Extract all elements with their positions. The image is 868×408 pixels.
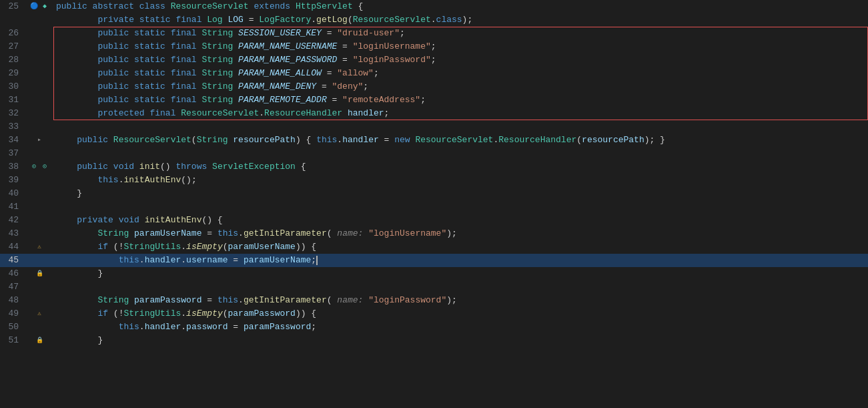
line-icons-30 bbox=[25, 80, 53, 93]
line-number-27: 27 bbox=[0, 40, 25, 53]
code-content[interactable]: 25 🔵 ◆ public abstract class ResourceSer… bbox=[0, 0, 868, 408]
line-number-25: 25 bbox=[0, 0, 25, 13]
code-line-39: 39 this.initAuthEnv(); bbox=[0, 174, 868, 187]
line-icons-26 bbox=[25, 27, 53, 40]
code-line-47: 47 bbox=[0, 280, 868, 294]
line-icons-44: ⚠ bbox=[25, 240, 53, 254]
line-content-31: public static final String PARAM_REMOTE_… bbox=[53, 93, 868, 107]
line-icons-34: ▸ bbox=[25, 134, 53, 147]
line-number-29: 29 bbox=[0, 67, 25, 80]
line-content-45: this.handler.username = paramUserName; bbox=[53, 254, 868, 267]
line-number-46: 46 bbox=[0, 267, 25, 280]
line-content-30: public static final String PARAM_NAME_DE… bbox=[53, 80, 868, 93]
line-icons-28 bbox=[25, 53, 53, 67]
code-line-34: 34 ▸ public ResourceServlet(String resou… bbox=[0, 134, 868, 147]
line-icons-38: ⊙ ⊙ bbox=[25, 160, 53, 174]
line-content-29: public static final String PARAM_NAME_AL… bbox=[53, 67, 868, 80]
code-line-25: 25 🔵 ◆ public abstract class ResourceSer… bbox=[0, 0, 868, 13]
line-number-25b bbox=[0, 13, 25, 27]
line-content-25: public abstract class ResourceServlet ex… bbox=[53, 0, 868, 13]
line-number-48: 48 bbox=[0, 294, 25, 307]
line-content-44: if (!StringUtils.isEmpty(paramUserName))… bbox=[53, 240, 868, 254]
line-icons-31 bbox=[25, 93, 53, 107]
line-content-40: } bbox=[53, 187, 868, 200]
code-line-27: 27 public static final String PARAM_NAME… bbox=[0, 40, 868, 53]
code-line-43: 43 String paramUserName = this.getInitPa… bbox=[0, 227, 868, 240]
line-number-28: 28 bbox=[0, 53, 25, 67]
line-icons-50 bbox=[25, 321, 53, 334]
line-icons-43 bbox=[25, 227, 53, 240]
line-number-32: 32 bbox=[0, 107, 25, 120]
code-line-25b: private static final Log LOG = LogFactor… bbox=[0, 13, 868, 27]
code-line-37: 37 bbox=[0, 147, 868, 160]
code-line-42: 42 private void initAuthEnv() { bbox=[0, 214, 868, 227]
fold-icon-34[interactable]: ▸ bbox=[35, 136, 44, 145]
run2-icon-38[interactable]: ⊙ bbox=[40, 162, 49, 172]
line-number-50: 50 bbox=[0, 321, 25, 334]
lock-icon-46: 🔒 bbox=[35, 269, 44, 278]
warn-icon-49: ⚠ bbox=[35, 309, 44, 319]
line-number-30: 30 bbox=[0, 80, 25, 93]
line-number-51: 51 bbox=[0, 334, 25, 347]
line-number-37: 37 bbox=[0, 147, 25, 160]
code-line-40: 40 } bbox=[0, 187, 868, 200]
line-icons-27 bbox=[25, 40, 53, 53]
code-line-28: 28 public static final String PARAM_NAME… bbox=[0, 53, 868, 67]
code-line-32: 32 protected final ResourceServlet.Resou… bbox=[0, 107, 868, 120]
line-content-50: this.handler.password = paramPassword; bbox=[53, 321, 868, 334]
line-number-34: 34 bbox=[0, 134, 25, 147]
line-content-42: private void initAuthEnv() { bbox=[53, 214, 868, 227]
line-number-41: 41 bbox=[0, 200, 25, 214]
line-content-27: public static final String PARAM_NAME_US… bbox=[53, 40, 868, 53]
line-content-38: public void init() throws ServletExcepti… bbox=[53, 160, 868, 174]
line-icons-32 bbox=[25, 107, 53, 120]
line-number-44: 44 bbox=[0, 240, 25, 254]
line-icons-46: 🔒 bbox=[25, 267, 53, 280]
line-number-33: 33 bbox=[0, 120, 25, 134]
line-content-43: String paramUserName = this.getInitParam… bbox=[53, 227, 868, 240]
line-number-31: 31 bbox=[0, 93, 25, 107]
line-content-48: String paramPassword = this.getInitParam… bbox=[53, 294, 868, 307]
code-line-33: 33 bbox=[0, 120, 868, 134]
code-line-29: 29 public static final String PARAM_NAME… bbox=[0, 67, 868, 80]
line-content-32: protected final ResourceServlet.Resource… bbox=[53, 107, 868, 120]
bookmark-icon-25[interactable]: ◆ bbox=[40, 2, 49, 11]
line-icons-41 bbox=[25, 200, 53, 214]
line-icons-49: ⚠ bbox=[25, 307, 53, 321]
warn-icon-44: ⚠ bbox=[35, 242, 44, 252]
code-line-45: 45 this.handler.username = paramUserName… bbox=[0, 254, 868, 267]
line-number-40: 40 bbox=[0, 187, 25, 200]
line-content-37 bbox=[53, 147, 868, 160]
code-line-26: 26 public static final String SESSION_US… bbox=[0, 27, 868, 40]
line-content-33 bbox=[53, 120, 868, 134]
code-line-30: 30 public static final String PARAM_NAME… bbox=[0, 80, 868, 93]
line-content-49: if (!StringUtils.isEmpty(paramPassword))… bbox=[53, 307, 868, 321]
line-icons-37 bbox=[25, 147, 53, 160]
line-icons-48 bbox=[25, 294, 53, 307]
line-number-43: 43 bbox=[0, 227, 25, 240]
code-line-51: 51 🔒 } bbox=[0, 334, 868, 347]
line-icons-45 bbox=[25, 254, 53, 267]
line-content-39: this.initAuthEnv(); bbox=[53, 174, 868, 187]
code-line-48: 48 String paramPassword = this.getInitPa… bbox=[0, 294, 868, 307]
line-number-38: 38 bbox=[0, 160, 25, 174]
debug-icon-25[interactable]: 🔵 bbox=[29, 2, 39, 11]
code-line-38: 38 ⊙ ⊙ public void init() throws Servlet… bbox=[0, 160, 868, 174]
code-line-49: 49 ⚠ if (!StringUtils.isEmpty(paramPassw… bbox=[0, 307, 868, 321]
line-content-51: } bbox=[53, 334, 868, 347]
line-icons-25b bbox=[25, 13, 53, 27]
line-content-46: } bbox=[53, 267, 868, 280]
line-content-28: public static final String PARAM_NAME_PA… bbox=[53, 53, 868, 67]
line-icons-33 bbox=[25, 120, 53, 134]
line-content-25b: private static final Log LOG = LogFactor… bbox=[53, 13, 868, 27]
lock-icon-51: 🔒 bbox=[35, 336, 44, 345]
line-number-49: 49 bbox=[0, 307, 25, 321]
line-content-34: public ResourceServlet(String resourcePa… bbox=[53, 134, 868, 147]
code-line-50: 50 this.handler.password = paramPassword… bbox=[0, 321, 868, 334]
line-content-47 bbox=[53, 280, 868, 294]
red-box-section: 26 public static final String SESSION_US… bbox=[53, 27, 868, 120]
line-icons-25: 🔵 ◆ bbox=[25, 0, 53, 13]
run-icon-38[interactable]: ⊙ bbox=[29, 162, 39, 172]
line-icons-42 bbox=[25, 214, 53, 227]
line-number-45: 45 bbox=[0, 254, 25, 267]
